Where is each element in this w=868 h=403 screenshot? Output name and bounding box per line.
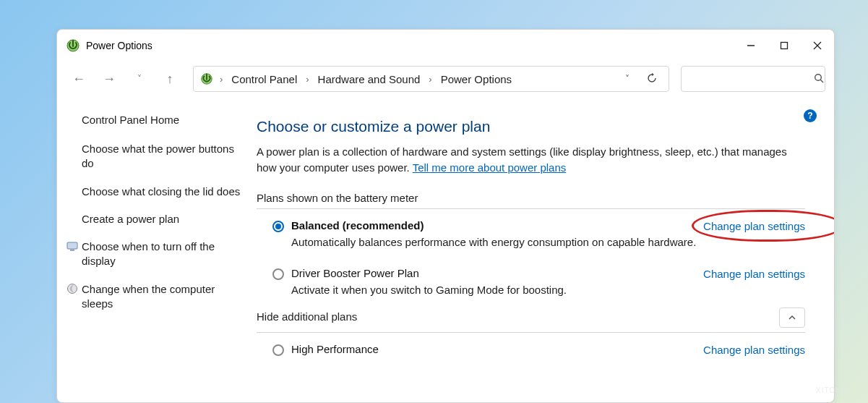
plan-driver-booster: Driver Booster Power Plan Activate it wh… [257,267,805,296]
display-icon [66,239,79,253]
back-button[interactable]: ← [66,66,92,92]
sidebar-link-computer-sleeps[interactable]: Change when the computer sleeps [82,282,245,312]
hide-additional-plans-row: Hide additional plans [257,307,805,328]
plan-balanced: Balanced (recommended) Automatically bal… [257,219,805,248]
main-panel: Choose or customize a power plan A power… [257,96,834,402]
address-history-button[interactable]: ˅ [618,74,637,84]
page-heading: Choose or customize a power plan [257,118,805,135]
navbar: ← → ˅ ↑ › Control Panel › Hardware and S… [57,61,834,96]
titlebar: Power Options [57,30,834,61]
recent-locations-button[interactable]: ˅ [126,66,152,92]
refresh-button[interactable] [641,72,663,86]
moon-icon [66,282,79,295]
window-title: Power Options [86,40,152,51]
plan-radio-balanced[interactable] [272,221,284,232]
plans-section-label: Plans shown on the battery meter [257,192,805,204]
sidebar-link-turn-off-display[interactable]: Choose when to turn off the display [82,239,245,269]
change-plan-settings-link[interactable]: Change plan settings [703,220,805,232]
plan-high-performance: High Performance Change plan settings [257,343,805,356]
address-bar[interactable]: › Control Panel › Hardware and Sound › P… [193,66,669,92]
learn-more-link[interactable]: Tell me more about power plans [413,161,567,174]
sidebar-link-closing-lid[interactable]: Choose what closing the lid does [82,184,245,199]
window-frame: Power Options ← → ˅ ↑ › Control Panel › … [56,29,835,403]
divider [257,332,805,333]
control-panel-home-link[interactable]: Control Panel Home [82,114,245,126]
minimize-button[interactable] [734,31,768,60]
up-button[interactable]: ↑ [157,66,183,92]
breadcrumb-separator: › [218,74,224,85]
plan-radio-driver-booster[interactable] [272,268,284,280]
hide-additional-plans-label: Hide additional plans [257,310,357,323]
breadcrumb-separator: › [427,74,433,85]
svg-rect-2 [781,43,788,49]
change-plan-settings-link[interactable]: Change plan settings [703,344,805,356]
search-input[interactable] [687,73,814,85]
search-icon [814,73,824,85]
plan-description: Activate it when you switch to Gaming Mo… [291,284,703,296]
breadcrumb-control-panel[interactable]: Control Panel [228,72,300,87]
sidebar: Control Panel Home Choose what the power… [57,96,257,402]
page-description: A power plan is a collection of hardware… [257,144,805,176]
sidebar-link-create-plan[interactable]: Create a power plan [82,212,245,226]
plan-name: Balanced (recommended) [291,219,703,232]
forward-button[interactable]: → [96,66,122,92]
svg-rect-9 [70,250,74,251]
power-options-icon [66,38,80,53]
sidebar-link-power-buttons[interactable]: Choose what the power buttons do [82,142,245,171]
close-button[interactable] [801,31,834,60]
power-options-icon [199,72,214,86]
content-area: ? Control Panel Home Choose what the pow… [57,96,834,402]
breadcrumb-power-options[interactable]: Power Options [438,72,515,87]
collapse-button[interactable] [779,307,805,328]
plan-radio-high-performance[interactable] [272,344,284,356]
maximize-button[interactable] [768,31,801,60]
divider [257,208,805,209]
breadcrumb-hardware-sound[interactable]: Hardware and Sound [315,72,424,87]
plan-name: High Performance [291,343,703,355]
svg-rect-8 [67,242,77,249]
plan-description: Automatically balances performance with … [291,236,703,248]
plan-name: Driver Booster Power Plan [291,267,703,279]
search-box[interactable] [681,66,825,92]
svg-line-7 [820,80,823,82]
change-plan-settings-link[interactable]: Change plan settings [703,268,805,280]
help-button[interactable]: ? [804,109,817,122]
breadcrumb-separator: › [304,74,310,85]
svg-point-6 [815,74,822,80]
